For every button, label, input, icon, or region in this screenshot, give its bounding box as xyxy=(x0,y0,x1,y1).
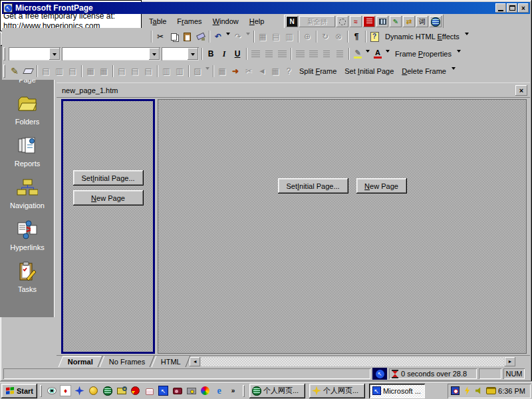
cut-icon[interactable]: ✂ xyxy=(154,30,167,43)
split-cells-icon[interactable]: ▦ xyxy=(97,65,110,78)
forward-arrow-icon[interactable]: ➜ xyxy=(229,65,242,78)
left-frame[interactable]: Set Initial Page... New Page xyxy=(61,99,155,354)
ime-keyboard-icon[interactable] xyxy=(376,16,388,27)
split-frame-button[interactable]: Split Frame xyxy=(295,67,340,75)
menu-table[interactable]: Table xyxy=(144,15,172,27)
distribute-columns-icon[interactable]: ▥ xyxy=(173,65,186,78)
undo-dropdown[interactable] xyxy=(225,30,231,43)
star-app-icon[interactable] xyxy=(74,385,85,396)
ime-dictionary-icon[interactable]: 词 xyxy=(416,16,428,27)
insert-rows-icon[interactable]: ▤ xyxy=(39,65,53,78)
stop-icon[interactable]: ⊗ xyxy=(332,30,345,43)
taskbar-window-personal-web-1[interactable]: 个人网页... xyxy=(249,384,305,398)
align-center-icon[interactable] xyxy=(262,47,275,61)
minimize-button[interactable] xyxy=(495,3,506,13)
start-button[interactable]: Start xyxy=(1,384,37,398)
right-frame-set-initial-page-button[interactable]: Set Initial Page... xyxy=(278,178,348,194)
hypersnap-quicklaunch-icon[interactable]: ↖ xyxy=(158,385,169,396)
sidebar-item-folders[interactable]: Folders xyxy=(0,90,55,132)
card-game-icon[interactable]: ♦ xyxy=(60,385,71,396)
close-button[interactable]: × xyxy=(518,3,529,13)
font-size-combobox[interactable] xyxy=(162,47,199,61)
copy-icon[interactable] xyxy=(167,30,180,43)
document-tab-title[interactable]: new_page_1.htm xyxy=(62,86,118,94)
dynamic-html-effects-button[interactable]: Dynamic HTML Effects xyxy=(381,33,464,41)
frames-toolbar-dropdown[interactable] xyxy=(450,65,457,78)
tab-normal[interactable]: Normal xyxy=(59,356,103,367)
ime-softkeyboard-icon[interactable] xyxy=(363,16,375,27)
toolbar-grip[interactable] xyxy=(3,47,5,61)
horizontal-scrollbar-track[interactable] xyxy=(201,357,504,366)
pinwheel-icon[interactable] xyxy=(200,385,211,396)
internet-explorer-icon[interactable]: e xyxy=(213,385,225,396)
dynamic-html-effects-dropdown[interactable] xyxy=(464,30,470,43)
highlight-color-icon[interactable]: ✎ xyxy=(351,47,364,61)
scheduler-tray-icon[interactable] xyxy=(450,386,460,396)
format-painter-icon[interactable] xyxy=(194,30,207,43)
messenger-icon[interactable] xyxy=(88,385,99,396)
show-paragraph-icon[interactable]: ¶ xyxy=(350,30,363,43)
redo-dropdown[interactable] xyxy=(245,30,251,43)
back-icon[interactable]: ◄ xyxy=(255,65,269,78)
delete-cells-icon[interactable]: ▥ xyxy=(53,65,66,78)
bulleted-list-icon[interactable] xyxy=(307,47,320,61)
ime-mode-icon[interactable]: N xyxy=(286,16,298,27)
hypersnap-app-icon[interactable]: ↖ xyxy=(3,3,13,13)
sidebar-item-reports[interactable]: Reports xyxy=(0,132,55,174)
sidebar-item-tasks[interactable]: Tasks xyxy=(0,258,55,300)
sidebar-item-hyperlinks[interactable]: Hyperlinks xyxy=(0,216,55,258)
font-color-dropdown[interactable] xyxy=(384,47,391,61)
paste-icon[interactable] xyxy=(180,30,194,43)
italic-icon[interactable]: I xyxy=(217,47,231,61)
taskbar-window-microsoft-frontpage[interactable]: ↖ Microsoft ... xyxy=(369,384,425,398)
underline-icon[interactable]: U xyxy=(231,47,244,61)
taskbar-window-personal-web-2[interactable]: 个人网页... xyxy=(309,384,365,398)
menu-window[interactable]: Window xyxy=(207,15,244,27)
decrease-indent-icon[interactable] xyxy=(320,47,333,61)
fill-color-icon[interactable]: ▨ xyxy=(191,65,204,78)
distribute-rows-icon[interactable]: ▥ xyxy=(160,65,173,78)
font-combobox[interactable] xyxy=(62,47,160,61)
eye-icon[interactable] xyxy=(46,385,57,396)
toolbar-grip[interactable] xyxy=(3,65,5,78)
set-initial-page-button[interactable]: Set Initial Page xyxy=(340,67,398,75)
sidebar-item-navigation[interactable]: Navigation xyxy=(0,174,55,216)
ime-globe-icon[interactable] xyxy=(430,16,442,27)
align-right-icon[interactable] xyxy=(275,47,289,61)
delete-frame-button[interactable]: Delete Frame xyxy=(398,67,450,75)
quicklaunch-overflow-chevron[interactable]: » xyxy=(227,385,239,396)
right-frame-new-page-button[interactable]: New Page xyxy=(356,178,407,194)
bold-icon[interactable]: B xyxy=(204,47,217,61)
video-camera-icon[interactable] xyxy=(172,385,183,396)
menu-help[interactable]: Help xyxy=(244,15,270,27)
autofit-icon[interactable]: ▦ xyxy=(215,65,229,78)
draw-table-icon[interactable]: ✎ xyxy=(8,65,21,78)
font-color-icon[interactable]: A xyxy=(371,47,384,61)
fill-color-dropdown[interactable] xyxy=(204,65,211,78)
increase-indent-icon[interactable] xyxy=(333,47,346,61)
frames-help-icon[interactable]: ? xyxy=(282,65,295,78)
menu-frames[interactable]: Frames xyxy=(172,15,207,27)
ime-swap-icon[interactable]: ⇄ xyxy=(403,16,415,27)
frame-properties-dropdown[interactable] xyxy=(456,47,462,61)
tab-scroll-left-icon[interactable]: ◄ xyxy=(190,357,200,366)
hyperlink-icon[interactable]: ⊕ xyxy=(301,30,314,43)
style-combobox[interactable] xyxy=(9,47,61,61)
merge-cells-icon[interactable]: ▦ xyxy=(84,65,97,78)
insert-table-icon[interactable]: ▤ xyxy=(269,30,283,43)
left-frame-new-page-button[interactable]: New Page xyxy=(73,190,144,205)
align-left-icon[interactable] xyxy=(249,47,262,61)
insert-component-icon[interactable]: ▦ xyxy=(256,30,269,43)
taskbar-grip[interactable] xyxy=(243,385,245,397)
lightning-tray-icon[interactable] xyxy=(462,386,472,396)
redo-icon[interactable]: ↷ xyxy=(231,30,245,43)
ime-punctuation-icon[interactable]: ≈ xyxy=(350,16,362,27)
table-properties-icon[interactable]: ▦ xyxy=(269,65,282,78)
right-frame[interactable]: Set Initial Page... New Page xyxy=(158,99,527,354)
document-close-icon[interactable]: × xyxy=(515,85,527,96)
hypersnap-status-icon[interactable]: ↖ xyxy=(372,368,387,380)
undo-icon[interactable]: ↶ xyxy=(211,30,225,43)
tab-html[interactable]: HTML xyxy=(152,356,191,367)
dark-globe-icon[interactable] xyxy=(102,385,113,396)
refresh-icon[interactable]: ↻ xyxy=(319,30,332,43)
